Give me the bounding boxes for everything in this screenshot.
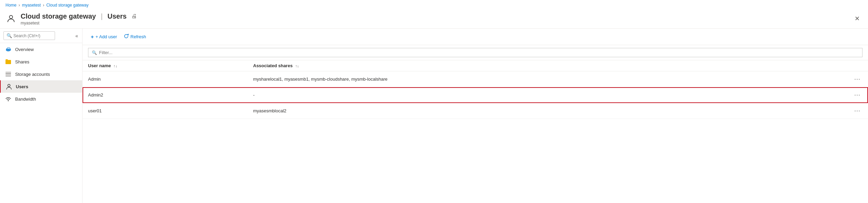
toolbar: + + Add user Refresh (83, 29, 868, 45)
table-icon (5, 71, 12, 78)
table-row[interactable]: Admin2 - ··· (83, 87, 868, 103)
sort-icon-shares: ↑↓ (295, 64, 299, 68)
cell-shares: - (248, 87, 847, 103)
filter-input-wrapper[interactable]: 🔍 (88, 48, 862, 57)
resource-icon (6, 13, 17, 24)
col-header-username[interactable]: User name ↑↓ (83, 60, 248, 71)
cell-actions: ··· (847, 87, 868, 103)
svg-point-7 (8, 100, 9, 101)
cell-shares: myasesmblocal2 (248, 103, 847, 119)
more-actions-button[interactable]: ··· (852, 106, 862, 115)
more-actions-button[interactable]: ··· (852, 91, 862, 99)
content-area: + + Add user Refresh 🔍 (83, 29, 868, 203)
header-left: Cloud storage gateway | Users 🖨 myasetes… (6, 12, 138, 26)
title-divider: | (101, 12, 103, 20)
users-table: User name ↑↓ Associated shares ↑↓ (83, 60, 868, 119)
sidebar: 🔍 « Overview (0, 29, 83, 203)
table-row[interactable]: user01 myasesmblocal2 ··· (83, 103, 868, 119)
breadcrumb-sep1: › (19, 3, 20, 8)
cell-actions: ··· (847, 71, 868, 87)
filter-icon: 🔍 (92, 50, 97, 55)
breadcrumb-home[interactable]: Home (6, 3, 17, 8)
resource-subtitle: myasetest (21, 21, 138, 26)
col-shares-label: Associated shares (253, 63, 293, 68)
add-user-label: + Add user (96, 34, 117, 39)
col-username-label: User name (88, 63, 111, 68)
table-row[interactable]: Admin mysharelocal1, myasesmb1, mysmb-cl… (83, 71, 868, 87)
svg-rect-5 (6, 76, 11, 77)
cloud-icon (5, 46, 12, 53)
resource-name: Cloud storage gateway (21, 12, 96, 20)
app-container: Home › myasetest › Cloud storage gateway… (0, 0, 868, 203)
search-icon: 🔍 (7, 33, 12, 38)
cell-username: Admin2 (83, 87, 248, 103)
sidebar-item-label: Shares (15, 59, 29, 64)
svg-point-0 (9, 16, 12, 19)
filter-bar: 🔍 (83, 45, 868, 60)
sidebar-item-bandwidth[interactable]: Bandwidth (0, 93, 82, 105)
person-icon (6, 83, 12, 90)
sidebar-item-label: Users (16, 84, 28, 89)
sidebar-item-label: Storage accounts (15, 72, 50, 77)
close-button[interactable]: ✕ (852, 13, 862, 24)
sidebar-item-storage-accounts[interactable]: Storage accounts (0, 68, 82, 80)
col-header-shares[interactable]: Associated shares ↑↓ (248, 60, 847, 71)
main-body: 🔍 « Overview (0, 29, 868, 203)
col-header-actions (847, 60, 868, 71)
breadcrumb-current[interactable]: Cloud storage gateway (46, 3, 89, 8)
svg-rect-2 (6, 72, 11, 73)
page-header: Cloud storage gateway | Users 🖨 myasetes… (0, 10, 868, 29)
cell-username: Admin (83, 71, 248, 87)
sort-icon-username: ↑↓ (113, 64, 117, 68)
search-box: 🔍 « (0, 29, 82, 43)
table-container: User name ↑↓ Associated shares ↑↓ (83, 60, 868, 203)
svg-rect-3 (6, 73, 11, 74)
refresh-button[interactable]: Refresh (121, 32, 149, 41)
sidebar-item-label: Overview (15, 47, 34, 52)
filter-input[interactable] (99, 50, 859, 55)
search-field[interactable]: 🔍 (3, 31, 55, 40)
sidebar-item-users[interactable]: Users (0, 80, 82, 93)
breadcrumb: Home › myasetest › Cloud storage gateway (0, 0, 868, 10)
cell-actions: ··· (847, 103, 868, 119)
svg-rect-4 (6, 74, 11, 75)
refresh-icon (124, 34, 129, 40)
cell-username: user01 (83, 103, 248, 119)
folder-icon (5, 58, 12, 65)
sidebar-item-overview[interactable]: Overview (0, 43, 82, 55)
header-title-group: Cloud storage gateway | Users 🖨 myasetes… (21, 12, 138, 26)
page-title: Cloud storage gateway | Users 🖨 (21, 12, 138, 21)
collapse-sidebar-button[interactable]: « (75, 32, 79, 39)
wifi-icon (5, 95, 12, 102)
breadcrumb-myasetest[interactable]: myasetest (22, 3, 41, 8)
svg-point-6 (8, 84, 10, 87)
more-actions-button[interactable]: ··· (852, 75, 862, 83)
refresh-label: Refresh (130, 34, 146, 39)
sidebar-item-label: Bandwidth (15, 97, 36, 102)
sidebar-item-shares[interactable]: Shares (0, 55, 82, 68)
add-user-button[interactable]: + + Add user (88, 32, 120, 41)
cell-shares: mysharelocal1, myasesmb1, mysmb-cloudsha… (248, 71, 847, 87)
section-name: Users (108, 12, 127, 20)
plus-icon: + (91, 34, 94, 40)
breadcrumb-sep2: › (43, 3, 44, 8)
print-button[interactable]: 🖨 (130, 12, 138, 21)
search-input[interactable] (13, 33, 55, 38)
